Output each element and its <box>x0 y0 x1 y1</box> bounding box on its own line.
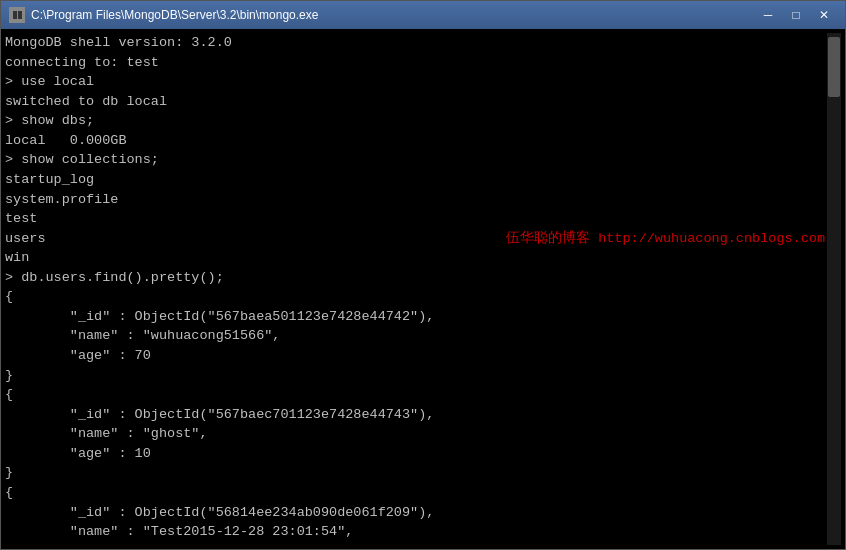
scrollbar-thumb[interactable] <box>828 37 840 97</box>
terminal[interactable]: MongoDB shell version: 3.2.0connecting t… <box>1 29 845 549</box>
window: C:\Program Files\MongoDB\Server\3.2\bin\… <box>0 0 846 550</box>
terminal-line: system.profile <box>5 190 825 210</box>
terminal-line: local 0.000GB <box>5 131 825 151</box>
terminal-line: "_id" : ObjectId("567baea501123e7428e447… <box>5 307 825 327</box>
close-button[interactable]: ✕ <box>811 6 837 24</box>
terminal-line: MongoDB shell version: 3.2.0 <box>5 33 825 53</box>
terminal-line: > show dbs; <box>5 111 825 131</box>
terminal-line: "_id" : ObjectId("567baec701123e7428e447… <box>5 405 825 425</box>
watermark-text: 伍华聪的博客 http://wuhuacong.cnblogs.com <box>506 229 825 249</box>
terminal-line: { <box>5 287 825 307</box>
terminal-line: "age" : 1 <box>5 542 825 545</box>
terminal-line: > show collections; <box>5 150 825 170</box>
terminal-line: "name" : "wuhuacong51566", <box>5 326 825 346</box>
terminal-line: startup_log <box>5 170 825 190</box>
terminal-line: > db.users.find().pretty(); <box>5 268 825 288</box>
terminal-line: "_id" : ObjectId("56814ee234ab090de061f2… <box>5 503 825 523</box>
terminal-line: win <box>5 248 825 268</box>
scrollbar[interactable] <box>827 33 841 545</box>
title-bar-controls: ─ □ ✕ <box>755 6 837 24</box>
app-icon <box>9 7 25 23</box>
terminal-line: users伍华聪的博客 http://wuhuacong.cnblogs.com <box>5 229 825 249</box>
terminal-line: switched to db local <box>5 92 825 112</box>
terminal-line: { <box>5 483 825 503</box>
terminal-line: } <box>5 366 825 386</box>
terminal-line: connecting to: test <box>5 53 825 73</box>
title-bar-left: C:\Program Files\MongoDB\Server\3.2\bin\… <box>9 7 318 23</box>
terminal-content: MongoDB shell version: 3.2.0connecting t… <box>3 33 827 545</box>
svg-rect-1 <box>13 11 17 19</box>
maximize-button[interactable]: □ <box>783 6 809 24</box>
svg-rect-2 <box>18 11 22 19</box>
terminal-line: > use local <box>5 72 825 92</box>
terminal-line: test <box>5 209 825 229</box>
terminal-line: "name" : "ghost", <box>5 424 825 444</box>
terminal-line: "age" : 10 <box>5 444 825 464</box>
title-bar: C:\Program Files\MongoDB\Server\3.2\bin\… <box>1 1 845 29</box>
minimize-button[interactable]: ─ <box>755 6 781 24</box>
terminal-line-text: users <box>5 229 46 249</box>
terminal-line: { <box>5 385 825 405</box>
terminal-line: } <box>5 463 825 483</box>
title-bar-text: C:\Program Files\MongoDB\Server\3.2\bin\… <box>31 8 318 22</box>
terminal-line: "name" : "Test2015-12-28 23:01:54", <box>5 522 825 542</box>
terminal-line: "age" : 70 <box>5 346 825 366</box>
